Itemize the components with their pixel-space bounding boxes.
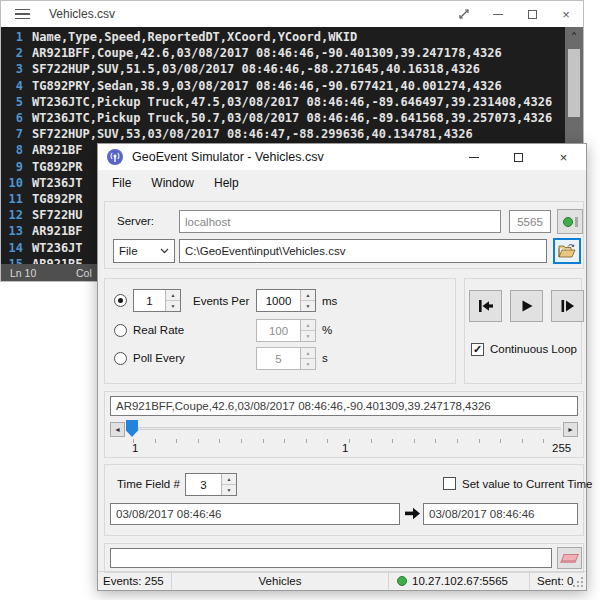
editor-line[interactable]: 3SF722HUP,SUV,51.5,03/08/2017 08:46:46,-…: [1, 61, 583, 77]
file-path-input[interactable]: C:\GeoEvent\input\Vehicles.csv: [179, 239, 547, 263]
open-folder-icon: [558, 244, 576, 258]
spin-up-icon[interactable]: ▲: [166, 290, 180, 300]
code-text: TG892PRY,Sedan,38.9,03/08/2017 08:46:46,…: [32, 78, 502, 94]
real-rate-label: Real Rate: [133, 324, 184, 336]
source-type-select[interactable]: File: [113, 239, 175, 263]
events-interval-spinner[interactable]: 1000 ▲▼: [256, 289, 316, 312]
slider-min-label: 1: [132, 442, 138, 454]
events-per-label: Events Per: [193, 295, 249, 307]
time-from-field[interactable]: 03/08/2017 08:46:46: [110, 503, 400, 525]
spin-down-icon: ▼: [301, 330, 315, 341]
line-number: 6: [1, 110, 23, 126]
spin-up-icon: ▲: [301, 320, 315, 330]
editor-line[interactable]: 6WT236JTC,Pickup Truck,50.7,03/08/2017 0…: [1, 110, 583, 126]
event-slider-track[interactable]: [127, 427, 561, 430]
current-event-field[interactable]: AR921BFF,Coupe,42.6,03/08/2017 08:46:46,…: [110, 396, 578, 416]
fullscreen-icon[interactable]: [447, 1, 481, 27]
chevron-down-icon: [160, 248, 169, 254]
slider-right-button[interactable]: ►: [563, 422, 578, 437]
code-text: SF722HUP,SUV,51.5,03/08/2017 08:46:46,-8…: [32, 61, 480, 77]
real-rate-value: 100: [257, 320, 300, 341]
time-field-spinner[interactable]: 3 ▲▼: [185, 473, 237, 496]
line-number: 2: [1, 45, 23, 61]
code-text: Name,Type,Speed,ReportedDT,XCoord,YCoord…: [32, 29, 357, 45]
slider-left-button[interactable]: ◄: [110, 422, 125, 437]
editor-line[interactable]: 7SF722HUP,SUV,53,03/08/2017 08:46:47,-88…: [1, 126, 583, 142]
source-type-value: File: [119, 245, 138, 257]
spin-up-icon[interactable]: ▲: [301, 290, 315, 300]
line-number: 3: [1, 61, 23, 77]
editor-window-title: Vehicles.csv: [49, 7, 115, 21]
server-label: Server:: [117, 215, 154, 227]
line-number: 9: [1, 159, 23, 175]
code-text: AR921BF: [32, 256, 83, 264]
geoevent-logo-icon: [107, 149, 123, 165]
maximize-icon[interactable]: [496, 144, 541, 170]
connection-status-icon: [563, 217, 573, 227]
editor-line[interactable]: 2AR921BFF,Coupe,42.6,03/08/2017 08:46:46…: [1, 45, 583, 61]
hamburger-menu-icon[interactable]: [15, 9, 30, 20]
browse-file-button[interactable]: [553, 238, 581, 264]
close-icon[interactable]: ×: [541, 144, 586, 170]
connect-button[interactable]: [557, 209, 583, 234]
column-indicator: Col: [76, 267, 92, 279]
time-to-field[interactable]: 03/08/2017 08:46:46: [423, 503, 578, 525]
line-number: 7: [1, 126, 23, 142]
events-count-spinner[interactable]: 1 ▲▼: [133, 289, 181, 312]
maximize-icon[interactable]: [515, 1, 549, 27]
progress-group: [104, 543, 584, 573]
line-number: 13: [1, 223, 23, 239]
code-text: AR921BF: [32, 142, 83, 158]
step-forward-button[interactable]: [551, 290, 584, 322]
editor-window-controls: ×: [447, 1, 583, 27]
continuous-loop-label: Continuous Loop: [490, 343, 577, 355]
poll-every-spinner: 5 ▲▼: [256, 347, 316, 370]
spin-down-icon[interactable]: ▼: [222, 484, 236, 495]
clear-button[interactable]: [557, 547, 582, 569]
slider-mid-label: 1: [342, 442, 348, 454]
simulator-window: GeoEvent Simulator - Vehicles.csv × File…: [97, 143, 587, 591]
editor-line[interactable]: 1Name,Type,Speed,ReportedDT,XCoord,YCoor…: [1, 29, 583, 45]
close-icon[interactable]: ×: [549, 1, 583, 27]
editor-line[interactable]: 4TG892PRY,Sedan,38.9,03/08/2017 08:46:46…: [1, 78, 583, 94]
spin-down-icon[interactable]: ▼: [301, 300, 315, 311]
feed-name-status: Vehicles: [172, 572, 389, 590]
poll-every-radio[interactable]: [114, 352, 127, 365]
code-text: WT236JTC,Pickup Truck,47.5,03/08/2017 08…: [32, 94, 552, 110]
spin-down-icon[interactable]: ▼: [166, 300, 180, 311]
events-unit-label: ms: [322, 295, 337, 307]
menu-help[interactable]: Help: [204, 173, 249, 193]
code-text: TG892PR: [32, 159, 83, 175]
code-text: AR921BF: [32, 223, 83, 239]
skip-to-start-button[interactable]: [469, 290, 502, 322]
line-indicator: Ln 10: [10, 267, 36, 279]
real-rate-radio[interactable]: [114, 324, 127, 337]
set-current-time-checkbox[interactable]: [443, 477, 456, 490]
time-field-label: Time Field #: [117, 478, 180, 490]
server-port-input[interactable]: 5565: [509, 210, 551, 233]
code-text: WT236JT: [32, 240, 83, 256]
events-interval-value: 1000: [257, 290, 300, 311]
events-per-radio[interactable]: [114, 294, 127, 307]
play-button[interactable]: [510, 290, 543, 322]
spin-up-icon[interactable]: ▲: [222, 474, 236, 484]
line-number: 15: [1, 256, 23, 264]
menu-bar: File Window Help: [98, 170, 586, 195]
resize-grip-icon[interactable]: [572, 576, 584, 588]
menu-window[interactable]: Window: [141, 173, 204, 193]
time-field-value: 3: [186, 474, 221, 495]
event-slider-thumb[interactable]: [126, 420, 138, 437]
menu-file[interactable]: File: [102, 173, 141, 193]
server-host-input[interactable]: localhost: [179, 210, 501, 233]
scroll-up-icon[interactable]: ⌃: [565, 30, 583, 42]
scrollbar-thumb[interactable]: [568, 49, 580, 117]
line-number: 4: [1, 78, 23, 94]
line-number: 5: [1, 94, 23, 110]
real-rate-spinner: 100 ▲▼: [256, 319, 316, 342]
minimize-icon[interactable]: [481, 1, 515, 27]
editor-line[interactable]: 5WT236JTC,Pickup Truck,47.5,03/08/2017 0…: [1, 94, 583, 110]
set-current-time-label: Set value to Current Time: [462, 478, 592, 490]
code-text: WT236JT: [32, 175, 83, 191]
minimize-icon[interactable]: [451, 144, 496, 170]
continuous-loop-checkbox[interactable]: ✓: [471, 343, 484, 356]
